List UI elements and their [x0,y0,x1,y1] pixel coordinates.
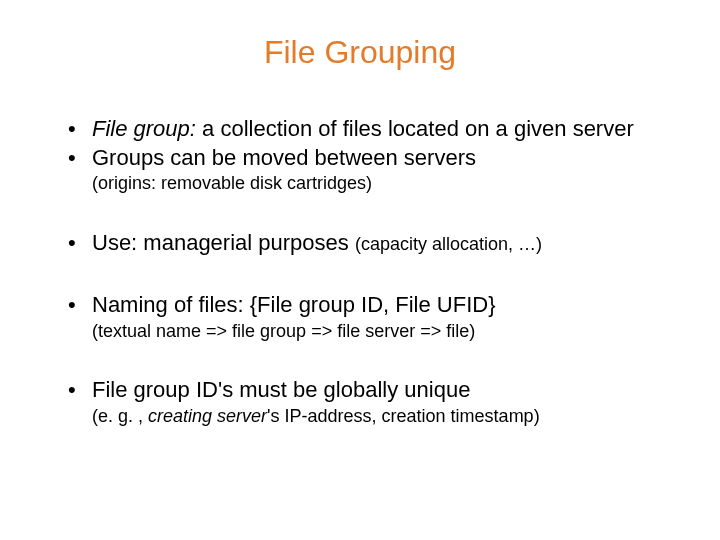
bullet-file-group-def: File group: a collection of files locate… [64,115,680,144]
bullet-globally-unique: File group ID's must be globally unique … [64,376,680,427]
bullet-text: a collection of files located on a given… [196,116,634,141]
bullet-text: Groups can be moved between servers [92,145,476,170]
bullet-paren: (capacity allocation, …) [355,234,542,254]
bullet-text: File group ID's must be globally unique [92,377,470,402]
bullet-subtext: (origins: removable disk cartridges) [92,172,680,195]
bullet-groups-moved: Groups can be moved between servers (ori… [64,144,680,195]
bullet-list: File group: a collection of files locate… [64,115,680,427]
bullet-text: Use: managerial purposes [92,230,355,255]
bullet-subtext: (textual name => file group => file serv… [92,320,680,343]
bullet-naming: Naming of files: {File group ID, File UF… [64,291,680,342]
bullet-term: File group: [92,116,196,141]
sub-italic: creating server [148,406,267,426]
slide: File Grouping File group: a collection o… [0,0,720,540]
sub-suffix: 's IP-address, creation timestamp) [267,406,540,426]
slide-title: File Grouping [40,34,680,71]
bullet-use: Use: managerial purposes (capacity alloc… [64,229,680,258]
bullet-text: Naming of files: {File group ID, File UF… [92,292,495,317]
bullet-subtext: (e. g. , creating server's IP-address, c… [92,405,680,428]
sub-prefix: (e. g. , [92,406,148,426]
